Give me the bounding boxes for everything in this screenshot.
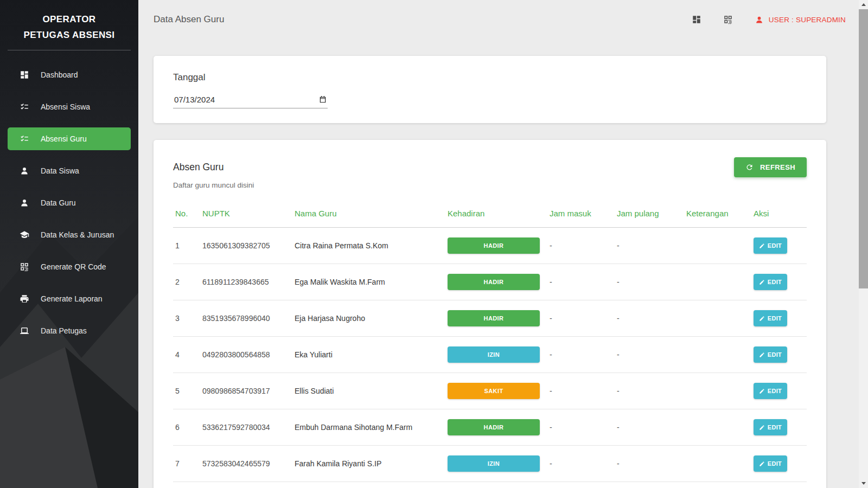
dashboard-icon[interactable]: [692, 15, 701, 24]
sidebar-item-data-kelas-jurusan[interactable]: Data Kelas & Jurusan: [8, 223, 131, 246]
cell-jam-pulang: -: [615, 300, 684, 337]
edit-button[interactable]: EDIT: [754, 237, 787, 254]
sidebar-item-generate-qr-code[interactable]: Generate QR Code: [8, 255, 131, 278]
checklist-icon: [20, 134, 29, 144]
sidebar-item-label: Data Guru: [41, 198, 76, 207]
pencil-icon: [759, 279, 765, 285]
scrollbar-down-arrow[interactable]: [859, 479, 868, 488]
cell-no: 3: [173, 300, 200, 337]
table-header-row: No.NUPTKNama GuruKehadiranJam masukJam p…: [173, 202, 807, 228]
guru-table-body: 1 1635061309382705 Citra Raina Permata S…: [173, 228, 807, 482]
app-title-line2: PETUGAS ABSENSI: [5, 27, 133, 43]
sidebar-item-label: Generate Laporan: [41, 294, 103, 303]
refresh-button[interactable]: REFRESH: [734, 157, 807, 177]
sidebar-item-label: Dashboard: [41, 70, 78, 79]
sidebar-item-label: Absensi Guru: [41, 134, 87, 143]
column-header: Kehadiran: [445, 202, 547, 228]
guru-table-card: Absen Guru Daftar guru muncul disini REF…: [154, 140, 826, 488]
sidebar-item-label: Generate QR Code: [41, 262, 106, 271]
sidebar-item-data-guru[interactable]: Data Guru: [8, 191, 131, 214]
cell-jam-masuk: -: [547, 300, 615, 337]
scrollbar-up-arrow[interactable]: [859, 0, 868, 9]
checklist-icon: [20, 102, 29, 112]
kehadiran-badge: SAKIT: [448, 383, 540, 399]
column-header: Keterangan: [684, 202, 751, 228]
cell-nuptk: 5336217592780034: [200, 409, 292, 446]
date-input[interactable]: 07/13/2024: [173, 92, 328, 108]
user-menu[interactable]: USER : SUPERADMIN: [755, 15, 846, 24]
sidebar-item-label: Data Kelas & Jurusan: [41, 230, 114, 239]
sidebar-item-absensi-siswa[interactable]: Absensi Siswa: [8, 95, 131, 118]
page-title: Data Absen Guru: [154, 14, 224, 25]
edit-button-label: EDIT: [768, 460, 782, 467]
edit-button[interactable]: EDIT: [754, 274, 787, 290]
table-row: 1 1635061309382705 Citra Raina Permata S…: [173, 228, 807, 264]
table-row: 5 0980986854703917 Ellis Sudiati SAKIT -…: [173, 373, 807, 409]
content: Tanggal 07/13/2024 Absen Guru Daftar gur…: [138, 25, 859, 488]
kehadiran-badge: HADIR: [448, 274, 540, 290]
cell-keterangan: [684, 373, 751, 409]
person-icon: [20, 166, 29, 176]
dashboard-icon: [20, 70, 29, 80]
table-row: 7 5732583042465579 Farah Kamila Riyanti …: [173, 446, 807, 482]
sidebar-item-data-petugas[interactable]: Data Petugas: [8, 319, 131, 342]
edit-button[interactable]: EDIT: [754, 383, 787, 399]
sidebar-item-absensi-guru[interactable]: Absensi Guru: [8, 127, 131, 150]
cell-nuptk: 0492803800564858: [200, 337, 292, 373]
edit-button[interactable]: EDIT: [754, 419, 787, 435]
edit-button[interactable]: EDIT: [754, 455, 787, 472]
edit-button-label: EDIT: [768, 424, 782, 431]
edit-button-label: EDIT: [768, 279, 782, 285]
kehadiran-badge: HADIR: [448, 310, 540, 326]
table-card-header: Absen Guru Daftar guru muncul disini REF…: [173, 155, 807, 189]
sidebar-item-data-siswa[interactable]: Data Siswa: [8, 159, 131, 182]
edit-button[interactable]: EDIT: [754, 346, 787, 363]
app-title-line1: OPERATOR: [5, 11, 133, 27]
edit-button-label: EDIT: [768, 388, 782, 394]
edit-button-label: EDIT: [768, 315, 782, 322]
cell-no: 2: [173, 264, 200, 300]
edit-button-label: EDIT: [768, 242, 782, 249]
pencil-icon: [759, 425, 765, 431]
cell-nama: Citra Raina Permata S.Kom: [292, 228, 445, 264]
guru-table-head: No.NUPTKNama GuruKehadiranJam masukJam p…: [173, 202, 807, 228]
pencil-icon: [759, 316, 765, 322]
cell-jam-masuk: -: [547, 373, 615, 409]
guru-table: No.NUPTKNama GuruKehadiranJam masukJam p…: [173, 202, 807, 482]
cell-no: 1: [173, 228, 200, 264]
scrollbar-thumb[interactable]: [859, 9, 868, 288]
refresh-button-label: REFRESH: [760, 163, 795, 171]
cell-nuptk: 8351935678996040: [200, 300, 292, 337]
cell-nama: Farah Kamila Riyanti S.IP: [292, 446, 445, 482]
cell-nama: Eja Harjasa Nugroho: [292, 300, 445, 337]
cell-keterangan: [684, 228, 751, 264]
cell-no: 5: [173, 373, 200, 409]
cell-jam-pulang: -: [615, 446, 684, 482]
person-icon: [755, 15, 764, 24]
date-label: Tanggal: [173, 72, 807, 83]
printer-icon: [20, 294, 29, 304]
table-subtitle: Daftar guru muncul disini: [173, 181, 254, 189]
sidebar-divider: [8, 50, 131, 50]
cell-keterangan: [684, 337, 751, 373]
cell-keterangan: [684, 409, 751, 446]
edit-button[interactable]: EDIT: [754, 310, 787, 326]
cell-jam-pulang: -: [615, 409, 684, 446]
column-header: Jam masuk: [547, 202, 615, 228]
calendar-icon[interactable]: [319, 95, 327, 104]
sidebar-item-dashboard[interactable]: Dashboard: [8, 63, 131, 86]
table-title: Absen Guru: [173, 162, 254, 173]
cell-keterangan: [684, 300, 751, 337]
cell-jam-pulang: -: [615, 264, 684, 300]
cell-jam-masuk: -: [547, 228, 615, 264]
cell-jam-pulang: -: [615, 337, 684, 373]
cell-nama: Ega Malik Waskita M.Farm: [292, 264, 445, 300]
sidebar-nav: Dashboard Absensi Siswa Absensi Guru Dat…: [0, 63, 138, 342]
sidebar-item-label: Data Petugas: [41, 326, 87, 335]
sidebar-item-generate-laporan[interactable]: Generate Laporan: [8, 287, 131, 310]
app-title: OPERATOR PETUGAS ABSENSI: [0, 0, 138, 50]
pencil-icon: [759, 243, 765, 249]
kehadiran-badge: HADIR: [448, 237, 540, 254]
cell-nuptk: 1635061309382705: [200, 228, 292, 264]
qr-code-icon[interactable]: [723, 15, 733, 24]
